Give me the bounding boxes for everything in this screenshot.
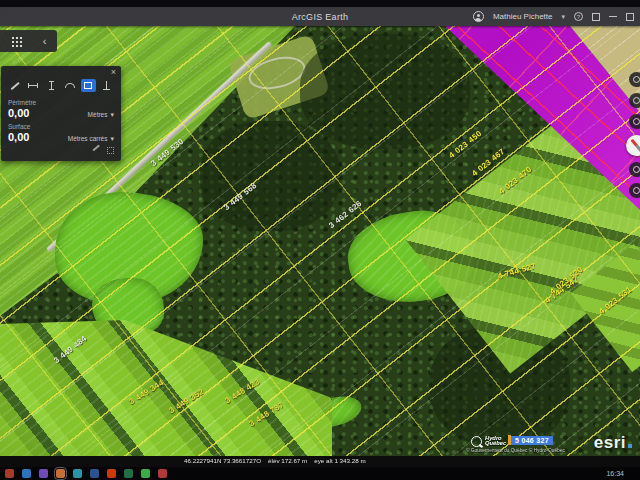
esri-logo: esri [594,433,632,453]
edit-icon[interactable] [92,145,99,151]
parcel-label: 4 023 450 [447,129,483,160]
perimeter-label: Périmètre [8,99,114,106]
taskbar-app-icon[interactable] [124,469,133,478]
parcel-label: 3 449 344 [128,378,166,406]
monitor-photo: ArcGIS Earth Mathieu Pichette ▾ ? 3 449 … [0,0,640,480]
measure-horizontal-distance-icon[interactable] [26,79,40,92]
surface-unit-select[interactable]: Mètres carrés ▾ [68,135,114,142]
parcel-label: 4 023 470 [497,165,533,196]
minimize-icon[interactable] [609,16,617,17]
taskbar-app-icon[interactable] [158,469,167,478]
taskbar-app-icon[interactable] [90,469,99,478]
measure-elevation-icon[interactable] [100,79,114,92]
hydro-q-icon [471,436,482,447]
panel-close-icon[interactable]: × [111,68,116,77]
help-icon[interactable]: ? [574,12,583,21]
status-eye-altitude: eye alt 1 343.28 m [314,458,365,465]
measure-slope-distance-icon[interactable] [8,79,22,92]
window-icon[interactable] [592,13,600,21]
map-tool-button[interactable] [629,72,640,87]
measure-area-icon[interactable] [81,79,95,92]
titlebar: ArcGIS Earth Mathieu Pichette ▾ ? [0,7,640,26]
compass-icon[interactable] [626,135,640,156]
parcel-label: 4 744 527 [497,261,537,280]
taskbar-clock: 16:34 [606,470,624,477]
taskbar-app-icon[interactable] [56,469,65,478]
status-elevation: élév 172.67 m [268,458,307,465]
caret-down-icon: ▾ [110,135,114,142]
taskbar-app-icon[interactable] [141,469,150,478]
parcel-label: 4 023 467 [470,147,506,178]
user-avatar-icon [473,11,484,22]
windows-taskbar: 16:34 [0,467,640,480]
snap-settings-icon[interactable] [107,147,114,154]
parcel-label: 3 462 626 [327,199,363,230]
measure-dome-icon[interactable] [63,79,77,92]
parcel-label: 3 448 787 [248,400,286,428]
map-tools-column [626,72,640,198]
close-icon[interactable] [626,13,634,21]
parcel-label: 3 449 484 [52,334,88,365]
parcel-label: 3 449 530 [149,137,185,168]
parcel-label: 4 023 531 [597,285,633,316]
parcel-label: 3 449 568 [222,181,258,212]
taskbar-apps [5,469,167,478]
apps-grid-icon[interactable] [11,36,22,47]
surface-value: 0,00 [8,131,29,143]
apps-toolbar: ‹ [0,30,57,52]
status-coordinates: 46.2227941N 73.3661727O [184,458,261,465]
user-name[interactable]: Mathieu Pichette [493,12,553,21]
taskbar-app-icon[interactable] [5,469,14,478]
measure-panel: × Périmètre 0,00 Mètres ▾ Surface 0,00 M… [1,66,121,161]
perimeter-value: 0,00 [8,107,29,119]
map-tool-button[interactable] [629,93,640,108]
taskbar-app-icon[interactable] [73,469,82,478]
map-attribution: © Gouvernement du Québec © Hydro-Québec [466,448,565,453]
perimeter-unit-select[interactable]: Mètres ▾ [88,111,114,118]
caret-down-icon[interactable]: ▾ [561,13,565,20]
map-tool-button[interactable] [629,114,640,129]
collapse-chevron-icon[interactable]: ‹ [43,36,47,47]
surface-label: Surface [8,123,114,130]
parcel-label: 3 449 352 [168,387,206,415]
measure-vertical-distance-icon[interactable] [45,79,59,92]
map-tool-button[interactable] [629,162,640,177]
selected-parcel-label[interactable]: 5 046 327 [508,435,553,445]
map-tool-button[interactable] [629,183,640,198]
caret-down-icon: ▾ [110,111,114,118]
taskbar-app-icon[interactable] [39,469,48,478]
taskbar-app-icon[interactable] [22,469,31,478]
status-bar: 46.2227941N 73.3661727O élév 172.67 m ey… [0,456,640,467]
parcel-label: 3 448 423 [224,377,262,405]
taskbar-app-icon[interactable] [107,469,116,478]
